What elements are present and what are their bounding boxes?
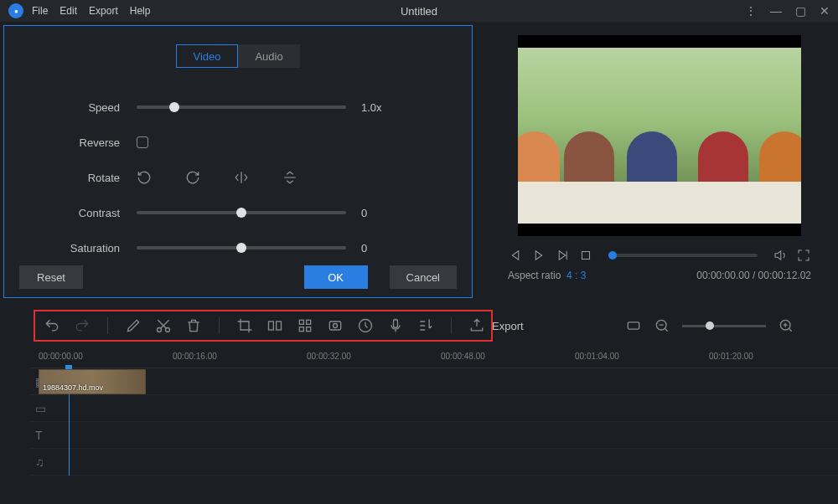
voiceover-icon[interactable] xyxy=(387,317,404,334)
speed-value: 1.0x xyxy=(361,101,411,114)
text-track[interactable] xyxy=(30,422,838,449)
zoom-out-icon[interactable] xyxy=(654,317,670,334)
text-track-icon[interactable]: T xyxy=(35,429,57,442)
fullscreen-icon[interactable] xyxy=(796,248,811,263)
fit-icon[interactable] xyxy=(625,317,642,334)
menu-edit[interactable]: Edit xyxy=(59,5,77,17)
speed-slider[interactable] xyxy=(137,105,346,109)
play-icon[interactable] xyxy=(531,248,546,263)
audio-track-icon[interactable]: ♫ xyxy=(35,455,57,469)
rotate-ccw-icon[interactable] xyxy=(137,170,152,185)
mosaic-icon[interactable] xyxy=(297,317,313,334)
svg-rect-3 xyxy=(269,321,274,330)
svg-rect-8 xyxy=(307,327,311,332)
saturation-label: Saturation xyxy=(4,242,137,255)
tab-video[interactable]: Video xyxy=(176,44,238,68)
video-clip[interactable]: 19884307.hd.mov xyxy=(39,369,146,394)
svg-rect-6 xyxy=(307,320,311,324)
duration-icon[interactable] xyxy=(357,317,374,334)
clip-label: 19884307.hd.mov xyxy=(39,382,106,393)
svg-rect-7 xyxy=(299,327,303,332)
crop-icon[interactable] xyxy=(236,317,253,334)
saturation-value: 0 xyxy=(361,242,411,255)
rotate-label: Rotate xyxy=(4,172,137,184)
prev-frame-icon[interactable] xyxy=(508,248,523,263)
export-icon xyxy=(468,317,485,334)
redo-icon[interactable] xyxy=(74,317,91,334)
zoom-in-icon[interactable] xyxy=(778,317,794,334)
rotate-cw-icon[interactable] xyxy=(185,170,200,185)
maximize-icon[interactable]: ▢ xyxy=(795,4,806,18)
svg-rect-5 xyxy=(299,320,303,324)
edit-icon[interactable] xyxy=(125,317,142,334)
pip-track-icon[interactable]: ▭ xyxy=(35,402,57,415)
cut-icon[interactable] xyxy=(155,317,172,334)
ruler-mark: 00:00:00.00 xyxy=(39,352,83,361)
zoom-slider[interactable] xyxy=(682,325,766,327)
reset-button[interactable]: Reset xyxy=(19,265,83,289)
ruler-mark: 00:00:16.00 xyxy=(173,352,217,361)
stop-icon[interactable] xyxy=(578,248,593,263)
svg-rect-4 xyxy=(277,321,282,330)
export-button[interactable]: Export xyxy=(468,317,524,334)
video-track[interactable]: 19884307.hd.mov xyxy=(30,368,838,395)
tab-audio[interactable]: Audio xyxy=(238,44,300,68)
delete-icon[interactable] xyxy=(185,317,202,334)
pip-track[interactable] xyxy=(30,395,838,422)
minimize-icon[interactable]: — xyxy=(770,4,782,18)
undo-icon[interactable] xyxy=(44,317,60,334)
svg-rect-12 xyxy=(394,320,398,328)
app-logo xyxy=(8,3,23,18)
ruler-mark: 00:00:48.00 xyxy=(441,352,485,361)
volume-icon[interactable] xyxy=(773,248,788,263)
menu-help[interactable]: Help xyxy=(130,5,151,17)
menu-file[interactable]: File xyxy=(32,5,48,17)
timeline: 00:00:00.00 00:00:16.00 00:00:32.00 00:0… xyxy=(0,350,838,476)
reverse-label: Reverse xyxy=(4,136,137,149)
saturation-slider[interactable] xyxy=(137,246,346,249)
record-icon[interactable] xyxy=(327,317,344,334)
more-icon[interactable]: ⋮ xyxy=(745,4,757,18)
text-to-speech-icon[interactable] xyxy=(417,317,434,334)
next-frame-icon[interactable] xyxy=(555,248,570,263)
preview-frame xyxy=(518,48,801,224)
contrast-slider[interactable] xyxy=(137,211,346,214)
close-icon[interactable]: ✕ xyxy=(820,4,830,18)
svg-rect-0 xyxy=(582,252,590,260)
ruler-mark: 00:01:04.00 xyxy=(575,352,619,361)
preview-progress[interactable] xyxy=(608,254,758,257)
aspect-ratio-value[interactable]: 4 : 3 xyxy=(566,270,586,281)
ok-button[interactable]: OK xyxy=(304,265,368,289)
ruler-mark: 00:01:20.00 xyxy=(709,352,753,361)
contrast-value: 0 xyxy=(361,207,411,219)
svg-rect-9 xyxy=(329,321,340,330)
speed-label: Speed xyxy=(4,101,137,114)
svg-point-10 xyxy=(334,324,338,328)
split-icon[interactable] xyxy=(266,317,283,334)
cancel-button[interactable]: Cancel xyxy=(390,265,457,289)
preview-viewport xyxy=(518,35,801,236)
menu-export[interactable]: Export xyxy=(89,5,118,17)
titlebar: File Edit Export Help Untitled ⋮ — ▢ ✕ xyxy=(0,0,838,22)
ruler-mark: 00:00:32.00 xyxy=(307,352,351,361)
flip-vertical-icon[interactable] xyxy=(282,170,297,185)
aspect-ratio-label: Aspect ratio xyxy=(508,270,561,281)
svg-rect-13 xyxy=(628,322,639,329)
edit-dialog: Video Audio Speed 1.0x Reverse Rotate xyxy=(3,25,473,298)
preview-time: 00:00:00.00 / 00:00:12.02 xyxy=(696,270,811,281)
reverse-checkbox[interactable] xyxy=(137,136,148,148)
audio-track[interactable] xyxy=(30,449,838,476)
flip-horizontal-icon[interactable] xyxy=(234,170,249,185)
timeline-ruler[interactable]: 00:00:00.00 00:00:16.00 00:00:32.00 00:0… xyxy=(30,350,838,368)
contrast-label: Contrast xyxy=(4,207,137,219)
